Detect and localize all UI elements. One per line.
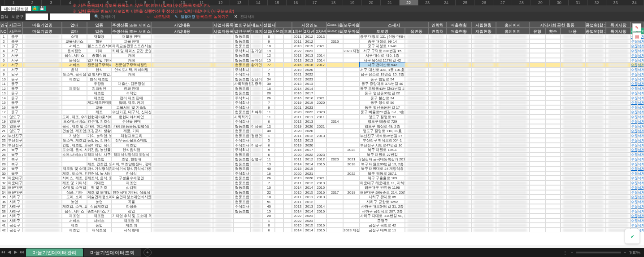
cell-tel[interactable] [428,96,447,101]
cell-y1[interactable]: 2011 [292,181,304,186]
cell-reg[interactable] [213,34,234,39]
cell-gu[interactable]: 서구 [8,62,22,67]
cell-sales[interactable] [446,190,471,195]
cell-off[interactable] [283,166,292,171]
edit-link[interactable]: 수정 [631,49,637,53]
cell-cont[interactable] [561,223,585,228]
cell-no[interactable]: 12 [0,86,8,91]
cell-sales[interactable] [446,213,471,218]
cell-loc[interactable] [545,176,560,181]
cell-sup1[interactable] [326,49,343,53]
cell-note[interactable] [606,209,631,214]
cell-sup2[interactable] [343,166,360,171]
cell-y1[interactable]: 2016 [292,91,304,96]
cell-cat[interactable] [62,110,87,115]
cell-y2[interactable]: 2012 [303,181,315,186]
h2-type[interactable]: 업종 [87,28,112,34]
cell-on[interactable] [275,190,283,195]
cell-y1[interactable]: 2014 [292,86,304,91]
cell-job[interactable] [471,228,496,233]
cell-reg2[interactable] [529,213,546,218]
cell-note[interactable] [606,147,631,152]
cell-sup1[interactable] [326,176,343,181]
cell-loc[interactable] [545,190,560,195]
cell-svc[interactable]: 곡물 [112,199,151,204]
cell-on[interactable] [275,213,283,218]
cell-emp[interactable] [585,77,606,82]
cell-off[interactable] [283,119,292,124]
cell-note[interactable] [606,105,631,110]
cell-biz[interactable] [151,96,213,101]
cell-reg2[interactable] [529,62,546,67]
cell-loc[interactable] [545,181,560,186]
cell-sup1[interactable] [326,171,343,176]
cell-y1[interactable]: 2020 [292,110,304,115]
cell-ceo[interactable]: 상영구 [250,157,263,162]
cell-y2[interactable]: 2014 [303,162,315,167]
cell-ceo[interactable] [250,166,263,171]
cell-type[interactable]: 전문임구주택세정면 [87,62,112,67]
cell-sup1[interactable]: 2014 [326,119,343,124]
cell-emp[interactable] [585,147,606,152]
cell-emp[interactable] [585,223,606,228]
cell-cont[interactable] [561,213,585,218]
cell-type[interactable]: 카페 [87,49,112,53]
cell-cat[interactable]: 도소매,서비스 [62,119,87,124]
cell-addr2[interactable] [405,53,428,58]
delete-link[interactable]: 삭제 [637,62,644,67]
cell-addr[interactable]: 금정구 옥천로 42 [360,223,405,228]
cell-on[interactable] [275,81,283,86]
cell-note[interactable] [606,162,631,167]
cell-y2[interactable]: 2015 [303,166,315,171]
delete-link[interactable]: 삭제 [637,204,644,209]
delete-link[interactable]: 삭제 [637,77,644,82]
cell-addr2[interactable] [405,228,428,233]
cell-hp[interactable] [496,133,529,138]
edit-link[interactable]: 수정 [631,128,637,133]
cell-sup1[interactable] [326,96,343,101]
cell-cat[interactable]: 제조업 [62,86,87,91]
cell-reg[interactable] [213,53,234,58]
cell-y3[interactable] [315,86,326,91]
cell-emp[interactable] [585,100,606,105]
cell-addr2[interactable] [405,157,428,162]
cell-job[interactable] [471,162,496,167]
cell-addr[interactable]: 부산진구 백식로진504-1 [360,138,405,143]
cell-type[interactable]: 제조업 [87,96,112,101]
cell-on[interactable] [275,162,283,167]
cell-y1[interactable]: 2014 [292,185,304,190]
cell-nm[interactable] [22,185,62,190]
cell-no[interactable]: 7 [0,62,8,67]
cell-emp[interactable] [585,72,606,77]
cell-cat[interactable]: 제조업 [62,228,87,233]
cell-addr[interactable]: 동구 조방동43번길93번길 28 [360,86,405,91]
cell-biz[interactable] [151,58,213,63]
cell-sup1[interactable] [326,181,343,186]
cell-emp[interactable] [585,39,606,44]
cell-note[interactable] [606,223,631,228]
cell-loc[interactable] [545,91,560,96]
cell-svc[interactable]: 조명, 현현대 [112,157,151,162]
cell-gu[interactable]: 사하구 [8,209,22,214]
cell-gu[interactable]: 북구 [8,171,22,176]
edit-link[interactable]: 수정 [631,133,637,138]
delete-link[interactable]: 삭제 [637,81,644,86]
cell-svc[interactable]: 재활용 판매 [112,34,151,39]
cell-addr2[interactable] [405,209,428,214]
cell-law[interactable]: 협동조합 [234,62,250,67]
cell-sup2[interactable] [343,96,360,101]
cell-on[interactable] [275,34,283,39]
cell-cat[interactable]: 음식, 서비스 [62,53,87,58]
cell-nm[interactable] [22,195,62,199]
cell-gu[interactable]: 금정구 [8,228,22,233]
cell-emp[interactable] [585,162,606,167]
delete-link[interactable]: 삭제 [637,96,644,101]
cell-job[interactable] [471,176,496,181]
cell-tel[interactable] [428,124,447,129]
cell-reg2[interactable] [529,195,546,199]
cell-biz[interactable] [151,181,213,186]
cell-y3[interactable]: 2023 [315,152,326,157]
cell-sup1[interactable] [326,228,343,233]
cell-y1[interactable]: 2015 [292,223,304,228]
cell-ceo[interactable]: 이정구 [250,143,263,148]
